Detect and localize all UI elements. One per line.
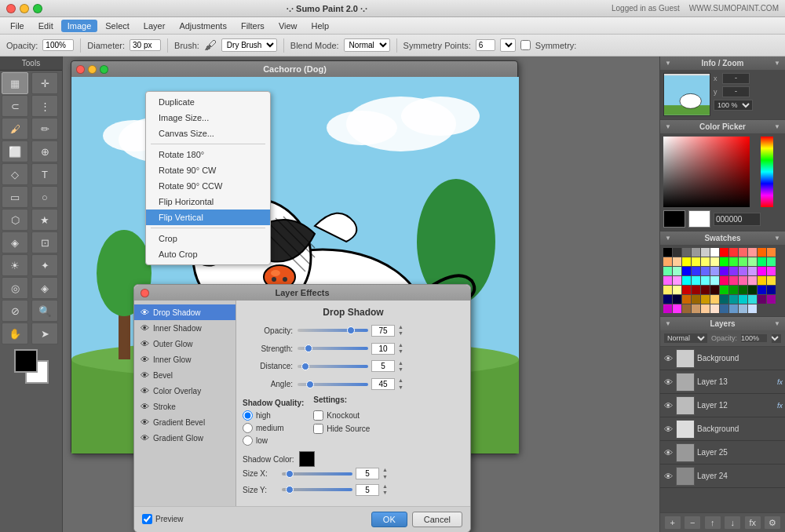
tool-text[interactable]: T (31, 163, 58, 185)
angle-up-arrow[interactable]: ▲ (398, 377, 403, 384)
layer-row[interactable]: 👁Layer 13fx (660, 370, 785, 394)
swatch-cell[interactable] (748, 295, 757, 304)
hex-color-input[interactable] (714, 213, 761, 226)
document-controls[interactable] (76, 65, 108, 74)
swatch-cell[interactable] (673, 267, 681, 275)
zoom-select[interactable]: 100 % 50 % 200 % (714, 100, 753, 111)
distance-slider[interactable] (298, 365, 368, 368)
diameter-input[interactable] (130, 39, 161, 51)
menu-image[interactable]: Image (61, 20, 98, 32)
swatch-cell[interactable] (701, 276, 710, 285)
swatch-cell[interactable] (767, 286, 776, 294)
swatch-cell[interactable] (758, 286, 766, 294)
swatch-cell[interactable] (692, 257, 700, 266)
swatch-cell[interactable] (739, 257, 747, 266)
swatch-cell[interactable] (729, 267, 738, 275)
swatch-cell[interactable] (729, 286, 738, 294)
swatch-cell[interactable] (673, 286, 681, 294)
menu-item-auto-crop[interactable]: Auto Crop (146, 246, 270, 262)
menu-item-duplicate[interactable]: Duplicate (146, 94, 270, 110)
effect-outer-glow[interactable]: 👁 Outer Glow (134, 336, 236, 352)
effect-bevel[interactable]: 👁 Bevel (134, 367, 236, 383)
swatch-cell[interactable] (720, 286, 728, 294)
settings-button[interactable]: ⚙ (764, 516, 781, 530)
menu-view[interactable]: View (272, 20, 304, 32)
fg-color-swatch[interactable] (663, 210, 685, 228)
swatch-cell[interactable] (701, 248, 710, 257)
tool-fill[interactable]: ◇ (2, 163, 28, 185)
info-zoom-header[interactable]: ▼ Info / Zoom ▼ (660, 56, 785, 70)
delete-layer-button[interactable]: − (684, 516, 701, 530)
strength-value-input[interactable] (371, 343, 395, 355)
menu-item-flip-vertical[interactable]: Flip Vertical (146, 210, 270, 225)
swatch-cell[interactable] (682, 248, 691, 257)
tool-hand[interactable]: ✋ (2, 322, 28, 344)
tool-star[interactable]: ★ (31, 209, 58, 231)
swatch-cell[interactable] (767, 267, 776, 275)
swatch-cell[interactable] (663, 276, 672, 285)
layer-row[interactable]: 👁Layer 24 (660, 465, 785, 488)
tool-eyedropper[interactable]: ⊘ (2, 300, 28, 322)
swatch-cell[interactable] (701, 267, 710, 275)
swatches-header[interactable]: ▼ Swatches ▼ (660, 231, 785, 245)
swatch-cell[interactable] (748, 286, 757, 294)
swatch-cell[interactable] (729, 304, 738, 313)
spectrum-main[interactable] (663, 137, 750, 207)
tool-pencil[interactable]: ✏ (31, 118, 58, 140)
tool-transform[interactable]: ⊡ (31, 231, 58, 253)
symmetry-points-input[interactable] (476, 39, 495, 51)
swatch-cell[interactable] (663, 267, 672, 275)
tool-brush[interactable]: 🖌 (2, 118, 28, 140)
doc-minimize-button[interactable] (88, 65, 97, 74)
layer-visibility-icon[interactable]: 👁 (663, 425, 674, 434)
swatch-cell[interactable] (710, 286, 719, 294)
menu-item-rotate-180[interactable]: Rotate 180° (146, 147, 270, 162)
swatch-cell[interactable] (701, 257, 710, 266)
swatch-cell[interactable] (767, 276, 776, 285)
tool-select[interactable]: ▦ (2, 72, 28, 94)
tool-eraser[interactable]: ⬜ (2, 140, 28, 162)
swatch-cell[interactable] (748, 276, 757, 285)
layer-visibility-icon[interactable]: 👁 (663, 401, 674, 410)
tool-dodge[interactable]: ☀ (2, 254, 28, 276)
swatch-cell[interactable] (692, 295, 700, 304)
quality-high-radio[interactable] (243, 410, 253, 421)
effect-stroke[interactable]: 👁 Stroke (134, 399, 236, 414)
tool-move[interactable]: ✛ (31, 72, 58, 94)
menu-filters[interactable]: Filters (235, 20, 271, 32)
swatch-cell[interactable] (710, 248, 719, 257)
opacity-up-arrow[interactable]: ▲ (398, 324, 403, 330)
layers-opacity-input[interactable] (740, 333, 768, 343)
swatch-cell[interactable] (710, 276, 719, 285)
size-y-value-input[interactable] (356, 484, 379, 496)
opacity-down-arrow[interactable]: ▼ (398, 330, 403, 337)
window-controls[interactable] (6, 4, 42, 13)
menu-adjustments[interactable]: Adjustments (173, 20, 233, 32)
distance-value-input[interactable] (371, 360, 395, 372)
move-down-button[interactable]: ↓ (724, 516, 741, 530)
size-x-slider[interactable] (282, 472, 352, 476)
symmetry-points-select[interactable] (500, 38, 516, 52)
dialog-close-button[interactable] (141, 289, 149, 297)
fx-button[interactable]: fx (744, 516, 761, 530)
swatch-cell[interactable] (758, 257, 766, 266)
effect-drop-shadow[interactable]: 👁 Drop Shadow (134, 304, 236, 320)
swatch-cell[interactable] (663, 257, 672, 266)
tool-sharpen[interactable]: ◈ (31, 277, 58, 299)
tool-magic-wand[interactable]: ⋮ (31, 95, 58, 117)
menu-item-flip-horizontal[interactable]: Flip Horizontal (146, 194, 270, 210)
quality-low-radio[interactable] (243, 435, 253, 446)
swatch-cell[interactable] (720, 295, 728, 304)
layer-row[interactable]: 👁Background (660, 417, 785, 441)
swatch-cell[interactable] (748, 248, 757, 257)
swatch-cell[interactable] (663, 304, 672, 313)
swatch-cell[interactable] (739, 295, 747, 304)
menu-file[interactable]: File (4, 20, 31, 32)
close-button[interactable] (6, 4, 16, 13)
layer-row[interactable]: 👁Background (660, 347, 785, 370)
swatch-cell[interactable] (748, 267, 757, 275)
menu-item-image-size[interactable]: Image Size... (146, 110, 270, 126)
swatch-cell[interactable] (720, 257, 728, 266)
move-up-button[interactable]: ↑ (704, 516, 721, 530)
bg-color-swatch[interactable] (688, 210, 710, 228)
